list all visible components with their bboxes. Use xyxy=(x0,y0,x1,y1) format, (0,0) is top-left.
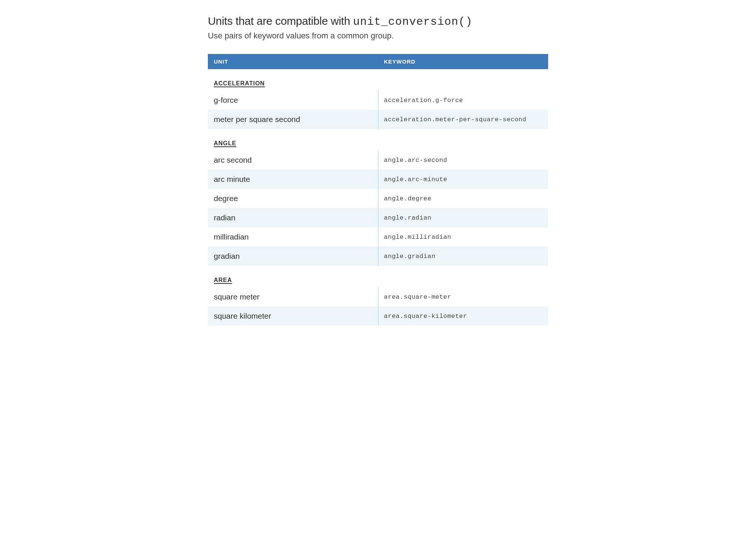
keyword-cell: acceleration.g-force xyxy=(378,92,548,108)
page-title: Units that are compatible with unit_conv… xyxy=(208,15,548,28)
keyword-cell: angle.arc-minute xyxy=(378,172,548,187)
table-row: meter per square secondacceleration.mete… xyxy=(208,110,548,129)
table-row: arc minuteangle.arc-minute xyxy=(208,170,548,189)
table-row: g-forceacceleration.g-force xyxy=(208,91,548,110)
column-header-keyword: KEYWORD xyxy=(378,54,548,69)
keyword-cell: angle.degree xyxy=(378,191,548,207)
unit-cell: meter per square second xyxy=(208,111,378,128)
keyword-cell: area.square-meter xyxy=(378,289,548,305)
unit-cell: g-force xyxy=(208,91,378,109)
unit-cell: square kilometer xyxy=(208,307,378,325)
unit-cell: gradian xyxy=(208,247,378,265)
group-heading: AREA xyxy=(208,266,548,287)
table-row: degreeangle.degree xyxy=(208,189,548,208)
group-heading: ACCELERATION xyxy=(208,69,548,91)
group-heading: ANGLE xyxy=(208,129,548,150)
table-row: milliradianangle.milliradian xyxy=(208,227,548,247)
keyword-cell: area.square-kilometer xyxy=(378,308,548,324)
table-header-row: UNIT KEYWORD xyxy=(208,54,548,69)
keyword-cell: angle.arc-second xyxy=(378,152,548,168)
keyword-cell: angle.gradian xyxy=(378,248,548,264)
unit-cell: arc minute xyxy=(208,170,378,188)
keyword-cell: acceleration.meter-per-square-second xyxy=(378,112,548,128)
title-prefix: Units that are compatible with xyxy=(208,15,353,27)
page-container: Units that are compatible with unit_conv… xyxy=(200,15,556,326)
table-row: gradianangle.gradian xyxy=(208,247,548,266)
table-row: square kilometerarea.square-kilometer xyxy=(208,306,548,326)
keyword-cell: angle.milliradian xyxy=(378,229,548,245)
unit-cell: square meter xyxy=(208,288,378,306)
keyword-cell: angle.radian xyxy=(378,210,548,226)
unit-cell: arc second xyxy=(208,151,378,169)
column-header-unit: UNIT xyxy=(208,54,378,69)
page-subtitle: Use pairs of keyword values from a commo… xyxy=(208,31,548,41)
table-body: ACCELERATIONg-forceacceleration.g-forcem… xyxy=(208,69,548,326)
table-row: arc secondangle.arc-second xyxy=(208,150,548,170)
table-row: radianangle.radian xyxy=(208,208,548,227)
unit-cell: degree xyxy=(208,190,378,207)
unit-cell: radian xyxy=(208,209,378,227)
title-code: unit_conversion() xyxy=(353,16,473,28)
units-table: UNIT KEYWORD ACCELERATIONg-forceaccelera… xyxy=(208,54,548,326)
unit-cell: milliradian xyxy=(208,228,378,246)
table-row: square meterarea.square-meter xyxy=(208,287,548,306)
